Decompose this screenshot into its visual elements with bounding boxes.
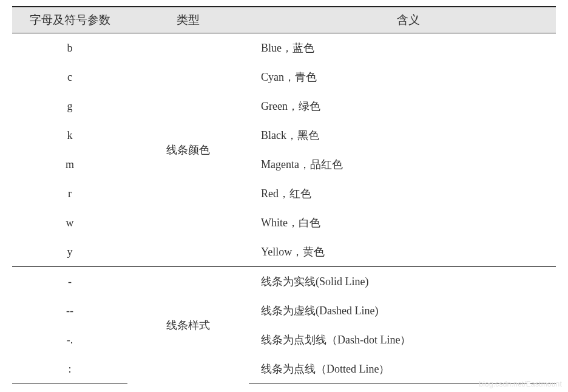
table-row: : 线条为点线（Dotted Line）: [12, 354, 556, 384]
table-row: -. 线条为点划线（Dash-dot Line）: [12, 325, 556, 354]
cell-code: y: [12, 237, 127, 267]
table-row: -- 线条为虚线(Dashed Line): [12, 296, 556, 325]
cell-meaning: Cyan，青色: [249, 63, 556, 92]
cell-type: 线条颜色: [127, 33, 249, 267]
cell-type: 线条样式: [127, 267, 249, 384]
cell-code: g: [12, 92, 127, 121]
cell-meaning: White，白色: [249, 208, 556, 237]
table-row: m Magenta，品红色: [12, 150, 556, 179]
watermark-text: blog.csdn.net/Eastmount: [479, 380, 562, 388]
cell-code: -: [12, 267, 127, 297]
header-col-code: 字母及符号参数: [12, 7, 127, 33]
cell-code: c: [12, 63, 127, 92]
table-row: g Green，绿色: [12, 92, 556, 121]
cell-code: b: [12, 33, 127, 63]
cell-code: k: [12, 121, 127, 150]
table-row: w White，白色: [12, 208, 556, 237]
cell-meaning: Blue，蓝色: [249, 33, 556, 63]
cell-meaning: Green，绿色: [249, 92, 556, 121]
cell-meaning: Magenta，品红色: [249, 150, 556, 179]
table-row: - 线条样式 线条为实线(Solid Line): [12, 267, 556, 297]
cell-code: w: [12, 208, 127, 237]
cell-code: -.: [12, 325, 127, 354]
table-row: c Cyan，青色: [12, 63, 556, 92]
cell-meaning: Red，红色: [249, 179, 556, 208]
cell-code: :: [12, 354, 127, 384]
header-row: 字母及符号参数 类型 含义: [12, 7, 556, 33]
cell-code: r: [12, 179, 127, 208]
cell-meaning: 线条为实线(Solid Line): [249, 267, 556, 297]
cell-meaning: Black，黑色: [249, 121, 556, 150]
table-row: b 线条颜色 Blue，蓝色: [12, 33, 556, 63]
cell-code: m: [12, 150, 127, 179]
cell-meaning: Yellow，黄色: [249, 237, 556, 267]
table-row: y Yellow，黄色: [12, 237, 556, 267]
header-col-meaning: 含义: [249, 7, 556, 33]
parameter-table: 字母及符号参数 类型 含义 b 线条颜色 Blue，蓝色 c Cyan，青色 g…: [12, 6, 556, 384]
table-row: k Black，黑色: [12, 121, 556, 150]
cell-code: --: [12, 296, 127, 325]
table-container: 字母及符号参数 类型 含义 b 线条颜色 Blue，蓝色 c Cyan，青色 g…: [0, 0, 568, 392]
cell-meaning: 线条为点划线（Dash-dot Line）: [249, 325, 556, 354]
cell-meaning: 线条为虚线(Dashed Line): [249, 296, 556, 325]
header-col-type: 类型: [127, 7, 249, 33]
table-row: r Red，红色: [12, 179, 556, 208]
